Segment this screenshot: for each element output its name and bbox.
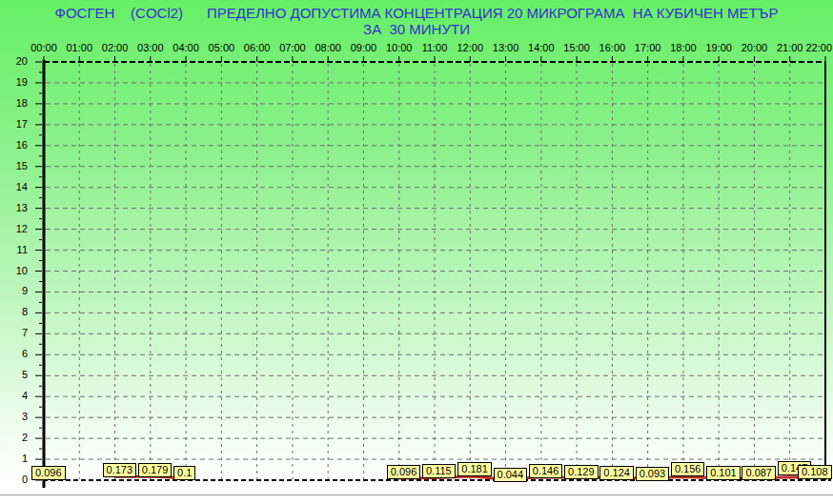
- value-box: 0.096: [387, 465, 421, 479]
- value-box: 0.115: [422, 464, 456, 478]
- value-box: 0.181: [457, 462, 492, 476]
- value-box: 0.101: [706, 466, 741, 480]
- value-box: 0.173: [103, 463, 137, 477]
- value-box: 0.093: [636, 467, 670, 481]
- value-box: 0.129: [564, 465, 599, 479]
- value-box: 0.124: [599, 466, 634, 480]
- value-box: 0.108: [798, 465, 832, 479]
- value-box: 0.1: [173, 466, 195, 480]
- value-box: 0.087: [742, 466, 776, 480]
- value-box: 0.146: [529, 464, 563, 478]
- value-box: 0.044: [494, 468, 528, 482]
- value-box: 0.096: [31, 466, 66, 480]
- value-box: 0.156: [671, 462, 705, 476]
- concentration-chart-window: ФОСГЕН (COCl2) ПРЕДЕЛНО ДОПУСТИМА КОНЦЕН…: [0, 0, 833, 504]
- chart-canvas: [0, 0, 833, 504]
- bottom-separator: [0, 494, 833, 496]
- value-box: 0.179: [138, 463, 173, 477]
